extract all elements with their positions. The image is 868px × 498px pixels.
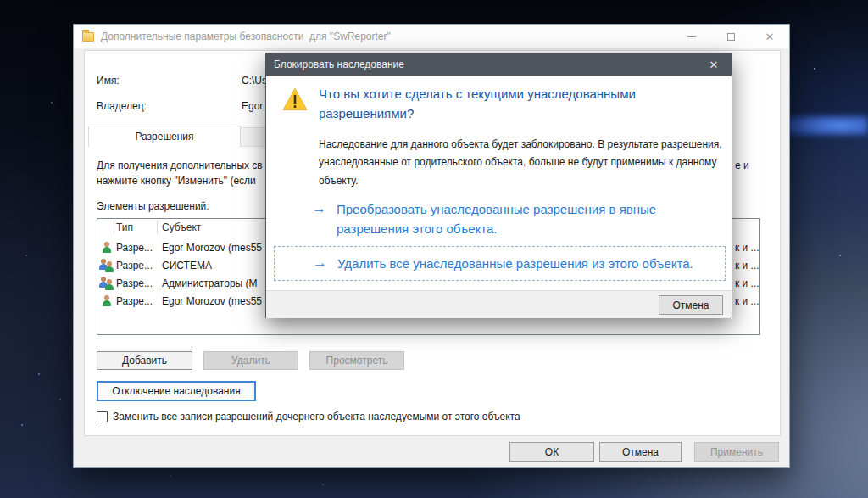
- cell-type: Разре...: [116, 242, 153, 254]
- maximize-button[interactable]: [711, 25, 750, 48]
- close-icon: ✕: [765, 31, 775, 42]
- modal-heading: Что вы хотите сделать с текущими унаслед…: [319, 84, 724, 124]
- user-icon: [100, 241, 114, 255]
- tab-permissions[interactable]: Разрешения: [88, 126, 241, 147]
- modal-close-button[interactable]: ✕: [696, 53, 732, 76]
- view-button[interactable]: Просмотреть: [309, 351, 404, 370]
- block-inheritance-dialog: Блокировать наследование ✕ Что вы хотите…: [265, 53, 732, 318]
- background-stars: [0, 0, 2, 2]
- modal-titlebar: Блокировать наследование: [266, 53, 732, 76]
- cell-right-fragment: к и ...: [735, 242, 760, 254]
- description-line1: Для получения дополнительных св: [97, 159, 263, 171]
- convert-permissions-label: Преобразовать унаследованные разрешения …: [337, 199, 709, 239]
- modal-cancel-button[interactable]: Отмена: [659, 295, 723, 315]
- cell-subject: СИСТЕМА: [162, 260, 212, 271]
- owner-label: Владелец:: [97, 100, 147, 112]
- warning-icon: [282, 87, 308, 111]
- owner-value: Egor: [242, 100, 263, 112]
- column-header-subject[interactable]: Субъект: [162, 221, 201, 233]
- modal-body-text: Наследование для данного объекта будет з…: [319, 136, 736, 190]
- cell-type: Разре...: [116, 277, 153, 289]
- replace-permissions-checkbox[interactable]: [97, 411, 108, 422]
- ok-button[interactable]: ОК: [509, 442, 594, 462]
- cell-subject: Egor Morozov (mes55: [162, 295, 262, 307]
- permission-entries-label: Элементы разрешений:: [97, 200, 209, 212]
- group-icon: [100, 259, 114, 272]
- close-button[interactable]: ✕: [750, 25, 789, 48]
- modal-footer: Отмена: [266, 290, 732, 318]
- window-title: Дополнительные параметры безопасности дл…: [101, 31, 391, 42]
- caption-buttons: ✕: [672, 25, 789, 48]
- desktop-background: Дополнительные параметры безопасности дл…: [0, 0, 868, 498]
- minimize-button[interactable]: [672, 25, 711, 48]
- remove-permissions-link[interactable]: → Удалить все унаследованные разрешения …: [274, 246, 726, 281]
- cell-subject: Администраторы (М: [162, 277, 258, 289]
- cell-right-fragment: к и ...: [735, 295, 760, 307]
- replace-permissions-checkrow: Заменить все записи разрешений дочернего…: [97, 411, 520, 422]
- remove-permissions-label: Удалить все унаследованные разрешения из…: [337, 254, 725, 273]
- arrow-icon: →: [313, 254, 337, 273]
- column-header-type[interactable]: Тип: [116, 221, 133, 233]
- cancel-button[interactable]: Отмена: [599, 442, 682, 462]
- remove-button[interactable]: Удалить: [203, 351, 298, 370]
- modal-title: Блокировать наследование: [274, 59, 404, 70]
- cell-type: Разре...: [116, 295, 153, 307]
- description-line2: нажмите кнопку "Изменить" (если: [97, 175, 256, 187]
- apply-button[interactable]: Применить: [694, 442, 779, 462]
- cell-subject: Egor Morozov (mes55: [162, 242, 262, 254]
- tab-permissions-label: Разрешения: [135, 131, 193, 143]
- replace-permissions-label: Заменить все записи разрешений дочернего…: [113, 411, 520, 422]
- name-label: Имя:: [97, 75, 120, 87]
- minimize-icon: [687, 36, 696, 37]
- description-line1-fragment: е и: [735, 159, 749, 171]
- close-icon: ✕: [709, 59, 719, 71]
- group-icon: [100, 277, 114, 290]
- folder-icon: [82, 32, 94, 42]
- convert-permissions-link[interactable]: → Преобразовать унаследованные разрешени…: [312, 199, 709, 239]
- arrow-icon: →: [312, 199, 337, 239]
- column-separator: [157, 221, 158, 234]
- cell-right-fragment: к и ...: [735, 277, 760, 289]
- disable-inheritance-button[interactable]: Отключение наследования: [97, 381, 256, 401]
- add-button[interactable]: Добавить: [97, 351, 192, 370]
- name-value: C:\Us: [242, 75, 267, 87]
- cell-right-fragment: к и ...: [735, 260, 760, 271]
- user-icon: [100, 294, 114, 308]
- cell-type: Разре...: [116, 260, 153, 271]
- maximize-icon: [727, 33, 735, 41]
- column-separator: [114, 221, 114, 234]
